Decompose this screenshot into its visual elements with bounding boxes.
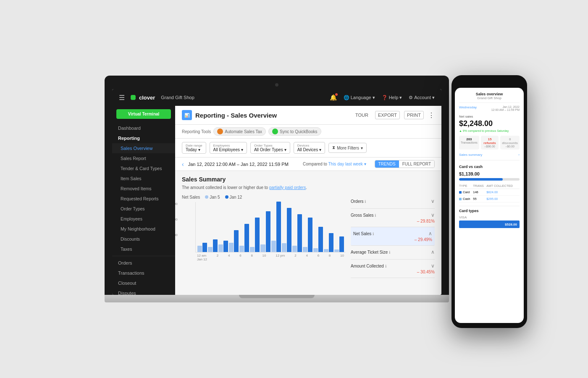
phone-summary-link[interactable]: Sales summary › bbox=[459, 153, 520, 160]
chevron-down-icon: ▾ bbox=[198, 147, 200, 152]
metric-gross-value: – 29.81% bbox=[351, 219, 435, 223]
bar-group bbox=[197, 243, 207, 252]
phone-content: Sales overview Grand Gift Shop Wednesday… bbox=[455, 88, 524, 323]
bar-jan5 bbox=[324, 249, 328, 252]
sidebar-item-disputes[interactable]: Disputes bbox=[112, 288, 175, 295]
more-filters-button[interactable]: ⧗ More Filters ▾ bbox=[328, 143, 367, 153]
bar-group bbox=[271, 202, 281, 252]
metric-avg-expand[interactable]: ∧ bbox=[431, 249, 435, 255]
laptop-bezel: ☰ clover Grand Gift Shop bbox=[105, 76, 449, 295]
compare-text: Compared to This day last week ▾ bbox=[303, 162, 366, 166]
jan5-label: Jan 5 bbox=[210, 195, 220, 200]
sidebar-item-transactions[interactable]: Transactions bbox=[112, 268, 175, 278]
virtual-terminal-button[interactable]: Virtual Terminal bbox=[116, 109, 171, 119]
account-button[interactable]: ⚙ Account ▾ bbox=[409, 95, 435, 100]
sidebar-item-requested-reports[interactable]: Requested Reports bbox=[112, 194, 175, 204]
automate-sales-tax-tool[interactable]: Automate Sales Tax bbox=[213, 127, 266, 136]
chart-x-labels: 12 amJan 12 2 4 6 8 10 12 pm 2 bbox=[182, 254, 346, 261]
phone-date-link[interactable]: Wednesday bbox=[459, 105, 477, 109]
language-button[interactable]: 🌐 Language ▾ bbox=[344, 95, 375, 100]
sidebar-item-discounts[interactable]: Discounts bbox=[112, 234, 175, 244]
bar-jan5 bbox=[271, 241, 276, 252]
metrics-panel: Orders ℹ ∨ Gross Sales ℹ ∨ bbox=[351, 195, 435, 278]
phone-visa-bar: $528.00 bbox=[459, 220, 520, 228]
metric-net-expand[interactable]: ∧ bbox=[428, 231, 432, 236]
reporting-icon: 📊 bbox=[182, 110, 192, 120]
compare-value-link[interactable]: This day last week ▾ bbox=[328, 162, 366, 166]
employees-filter[interactable]: Employees All Employees ▾ bbox=[210, 142, 247, 154]
phone-notch bbox=[477, 80, 502, 85]
bar-jan12 bbox=[266, 211, 270, 252]
phone-bar-track bbox=[459, 178, 520, 181]
laptop: ☰ clover Grand Gift Shop bbox=[105, 76, 449, 302]
bar-jan12 bbox=[308, 218, 312, 252]
export-button[interactable]: EXPORT bbox=[375, 111, 400, 119]
full-report-button[interactable]: FULL REPORT bbox=[399, 160, 434, 168]
hamburger-icon[interactable]: ☰ bbox=[119, 94, 125, 102]
sync-quickbooks-tool[interactable]: Sync to QuickBooks bbox=[268, 127, 321, 136]
date-range-filter[interactable]: Date range Today ▾ bbox=[182, 142, 206, 154]
phone-stats: 203 Transactions 15 refunds –$96.00 0 di… bbox=[459, 136, 520, 150]
bar-jan12 bbox=[202, 243, 207, 252]
sidebar-item-sales-report[interactable]: Sales Report bbox=[112, 153, 175, 163]
bar-group bbox=[208, 239, 218, 252]
sidebar-item-order-types[interactable]: Order Types bbox=[112, 204, 175, 214]
employees-value: All Employees ▾ bbox=[213, 147, 243, 152]
chevron-down-icon: ▾ bbox=[319, 147, 321, 152]
sidebar-item-closeout[interactable]: Closeout bbox=[112, 278, 175, 288]
phone-stat-discounts: 0 discounts –$0.00 bbox=[500, 136, 520, 150]
jan5-legend-dot bbox=[205, 195, 208, 199]
devices-filter[interactable]: Devices All Devices ▾ bbox=[294, 142, 325, 154]
trends-button[interactable]: TRENDS bbox=[375, 160, 399, 168]
phone-screen: Sales overview Grand Gift Shop Wednesday… bbox=[455, 88, 524, 323]
order-types-filter[interactable]: Order Types All Order Types ▾ bbox=[250, 142, 290, 154]
sidebar-item-my-neighborhood[interactable]: My Neighborhood bbox=[112, 224, 175, 234]
bar-group bbox=[282, 208, 291, 252]
tool1-label: Automate Sales Tax bbox=[225, 129, 262, 134]
notification-bell[interactable]: 🔔 bbox=[330, 94, 337, 101]
sidebar-item-sales-overview[interactable]: Sales Overview bbox=[112, 143, 175, 153]
tool1-icon bbox=[217, 129, 223, 134]
phone-bezel: Sales overview Grand Gift Shop Wednesday… bbox=[452, 75, 527, 328]
bar-jan5 bbox=[334, 249, 339, 252]
phone-transactions-label: Transactions bbox=[461, 141, 478, 144]
metric-gross-expand[interactable]: ∨ bbox=[431, 212, 435, 218]
prev-date-button[interactable]: ‹ bbox=[182, 161, 184, 168]
help-button[interactable]: ❓ Help ▾ bbox=[382, 95, 402, 100]
net-sales-label: Net Sales bbox=[182, 195, 200, 200]
sidebar-item-tender-card[interactable]: Tender & Card Types bbox=[112, 163, 175, 173]
tool2-label: Sync to QuickBooks bbox=[280, 129, 317, 134]
sidebar-item-taxes[interactable]: Taxes bbox=[112, 244, 175, 254]
date-bar: ‹ Jan 12, 2022 12:00 AM – Jan 12, 2022 1… bbox=[175, 158, 441, 171]
chart-y-labels: $600 $400 $200 $0 bbox=[175, 202, 178, 252]
metric-orders-expand[interactable]: ∨ bbox=[431, 198, 435, 204]
chevron-down-icon: ▾ bbox=[373, 95, 375, 100]
sidebar-item-removed-items[interactable]: Removed Items bbox=[112, 184, 175, 194]
phone-compare-text: ▲ 9% compared to previous Saturday bbox=[459, 129, 520, 132]
jan12-legend-dot bbox=[225, 195, 228, 199]
metric-collected-expand[interactable]: ∨ bbox=[431, 263, 435, 269]
sidebar-item-employees[interactable]: Employees bbox=[112, 214, 175, 224]
phone-stat-refunds: 15 refunds –$96.00 bbox=[481, 136, 499, 150]
card-dot bbox=[459, 191, 462, 194]
more-options-icon[interactable]: ⋮ bbox=[428, 111, 435, 119]
partially-paid-link[interactable]: partially paid orders bbox=[269, 185, 306, 190]
sidebar-item-item-sales[interactable]: Item Sales bbox=[112, 173, 175, 184]
print-button[interactable]: PRINT bbox=[404, 111, 424, 119]
order-types-value: All Order Types ▾ bbox=[254, 147, 286, 152]
date-range-label: Date range bbox=[186, 144, 202, 147]
bar-group bbox=[313, 227, 323, 252]
metric-amount-collected: Amount Collected ℹ ∨ – 30.45% bbox=[351, 260, 435, 278]
bar-jan12 bbox=[244, 224, 249, 252]
tour-button[interactable]: TOUR bbox=[353, 111, 371, 119]
bar-jan12 bbox=[255, 218, 260, 252]
filters-bar: Date range Today ▾ Employees Al bbox=[175, 139, 441, 158]
phone-cc-total: $1,139.00 bbox=[459, 171, 520, 176]
phone-refunds-value: 15 refunds bbox=[483, 137, 497, 145]
metric-orders: Orders ℹ ∨ bbox=[351, 195, 435, 209]
bar-jan5 bbox=[292, 246, 297, 252]
sidebar-item-reporting[interactable]: Reporting bbox=[112, 133, 175, 143]
sidebar-item-orders[interactable]: Orders bbox=[112, 258, 175, 268]
sidebar-item-dashboard[interactable]: Dashboard bbox=[112, 123, 175, 133]
sales-content: Sales Summary The amount collected is lo… bbox=[175, 171, 441, 295]
